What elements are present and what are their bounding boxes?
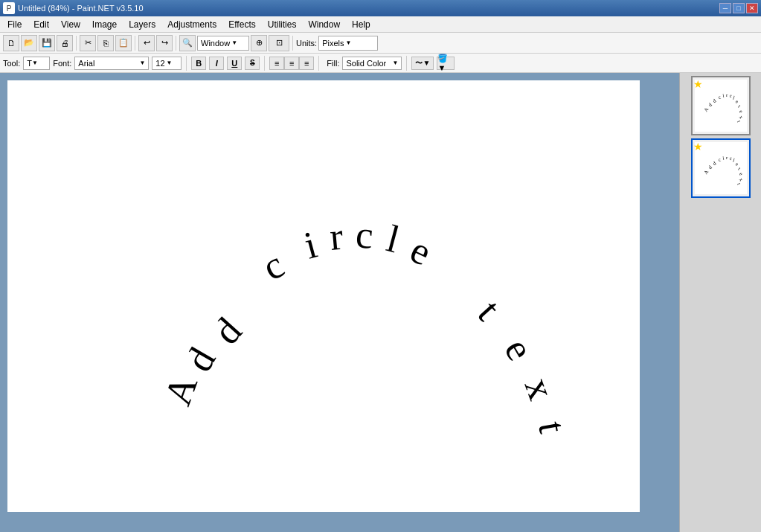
new-button[interactable]: 🗋 [3, 35, 19, 51]
menu-edit[interactable]: Edit [28, 16, 55, 32]
sep8 [406, 56, 407, 71]
sep2 [135, 36, 135, 51]
sep1 [76, 36, 77, 51]
paint-bucket-button[interactable]: 🪣▼ [437, 57, 455, 70]
svg-text:d: d [177, 340, 223, 378]
zoom-fit-button[interactable]: ⊡ [269, 35, 289, 51]
save-button[interactable]: 💾 [39, 35, 55, 51]
menu-image[interactable]: Image [86, 16, 123, 32]
thumbnail-1[interactable]: ★ A d d c i r c l e t e x t [691, 76, 751, 135]
align-right-button[interactable]: ≡ [299, 57, 314, 70]
units-dropdown[interactable]: Pixels ▼ [318, 36, 378, 51]
canvas-area[interactable]: A d d c i r c l e t e x t [0, 73, 679, 532]
sep6 [264, 56, 265, 71]
app-icon: P [3, 2, 15, 14]
units-arrow-icon: ▼ [345, 39, 351, 46]
main-area: A d d c i r c l e t e x t ★ [0, 73, 761, 532]
title-controls[interactable]: ─ □ ✕ [719, 3, 758, 13]
zoom-dropdown[interactable]: Window ▼ [197, 36, 249, 51]
redo-button[interactable]: ↪ [156, 35, 173, 51]
thumbnails-panel: ★ A d d c i r c l e t e x t ★ [679, 73, 761, 532]
print-button[interactable]: 🖨 [57, 35, 73, 51]
font-arrow-icon: ▼ [139, 60, 145, 66]
cut-button[interactable]: ✂ [80, 35, 96, 51]
fill-label: Fill: [327, 59, 339, 68]
curve-button[interactable]: 〜▼ [411, 57, 434, 70]
font-size-value: 12 [155, 59, 164, 68]
thumbnail-2[interactable]: ★ A d d c i r c l e t e x t [691, 138, 751, 198]
italic-button[interactable]: I [209, 57, 224, 70]
font-name-dropdown[interactable]: Arial ▼ [74, 57, 149, 70]
sep5 [186, 56, 187, 71]
units-value: Pixels [322, 39, 344, 48]
open-button[interactable]: 📂 [21, 35, 37, 51]
menubar: File Edit View Image Layers Adjustments … [0, 16, 761, 33]
svg-text:A: A [156, 370, 206, 411]
star-icon-2: ★ [693, 141, 703, 153]
svg-text:t: t [530, 418, 574, 437]
align-left-button[interactable]: ≡ [269, 57, 284, 70]
svg-text:t: t [470, 292, 509, 328]
svg-text:l: l [382, 217, 404, 261]
toolbar: 🗋 📂 💾 🖨 ✂ ⎘ 📋 ↩ ↪ 🔍 Window ▼ ⊕ ⊡ Units: … [0, 33, 761, 54]
align-center-button[interactable]: ≡ [284, 57, 299, 70]
svg-text:e: e [404, 228, 437, 273]
units-label: Units: [296, 39, 317, 48]
menu-adjustments[interactable]: Adjustments [161, 16, 222, 32]
copy-button[interactable]: ⎘ [97, 35, 114, 51]
font-size-dropdown[interactable]: 12 ▼ [152, 57, 182, 70]
size-arrow-icon: ▼ [167, 60, 173, 66]
paste-button[interactable]: 📋 [115, 35, 132, 51]
tool-value: T [27, 59, 32, 68]
zoom-out-button[interactable]: 🔍 [179, 35, 196, 51]
font-name-value: Arial [78, 59, 94, 68]
zoom-in-button[interactable]: ⊕ [251, 35, 267, 51]
font-label: Font: [53, 59, 71, 68]
menu-utilities[interactable]: Utilities [262, 16, 303, 32]
tool-selector[interactable]: T ▼ [23, 57, 50, 70]
menu-view[interactable]: View [55, 16, 86, 32]
strikethrough-button[interactable]: S [245, 57, 260, 70]
fill-dropdown[interactable]: Solid Color ▼ [342, 57, 402, 70]
tool-label: Tool: [3, 59, 20, 68]
undo-button[interactable]: ↩ [138, 35, 155, 51]
close-button[interactable]: ✕ [746, 3, 758, 13]
svg-text:d: d [205, 310, 250, 352]
titlebar-left: P Untitled (84%) - Paint.NET v3.5.10 [3, 2, 144, 14]
tool-options-bar: Tool: T ▼ Font: Arial ▼ 12 ▼ B I U S ≡ ≡… [0, 54, 761, 73]
bold-button[interactable]: B [191, 57, 206, 70]
zoom-value: Window [201, 39, 230, 48]
sep7 [318, 56, 319, 71]
svg-text:c: c [255, 243, 290, 289]
fill-arrow-icon: ▼ [393, 60, 399, 66]
text-align-group: ≡ ≡ ≡ [269, 57, 314, 70]
menu-file[interactable]: File [1, 16, 28, 32]
svg-text:i: i [300, 223, 321, 267]
svg-text:r: r [328, 215, 344, 258]
minimize-button[interactable]: ─ [719, 3, 731, 13]
fill-value: Solid Color [346, 59, 386, 68]
menu-window[interactable]: Window [302, 16, 346, 32]
star-icon-1: ★ [693, 78, 703, 90]
canvas[interactable]: A d d c i r c l e t e x t [7, 80, 640, 512]
zoom-arrow-icon: ▼ [231, 39, 237, 46]
sep3 [176, 36, 176, 51]
menu-layers[interactable]: Layers [123, 16, 161, 32]
svg-text:c: c [354, 213, 375, 257]
svg-text:x: x [517, 372, 563, 405]
tool-arrow-icon: ▼ [32, 60, 38, 66]
underline-button[interactable]: U [227, 57, 242, 70]
menu-effects[interactable]: Effects [222, 16, 261, 32]
title-text: Untitled (84%) - Paint.NET v3.5.10 [18, 4, 144, 13]
sep4 [292, 36, 293, 51]
maximize-button[interactable]: □ [733, 3, 745, 13]
canvas-svg: A d d c i r c l e t e x t [7, 80, 640, 512]
menu-help[interactable]: Help [346, 16, 376, 32]
svg-text:e: e [496, 331, 542, 367]
titlebar: P Untitled (84%) - Paint.NET v3.5.10 ─ □… [0, 0, 761, 16]
